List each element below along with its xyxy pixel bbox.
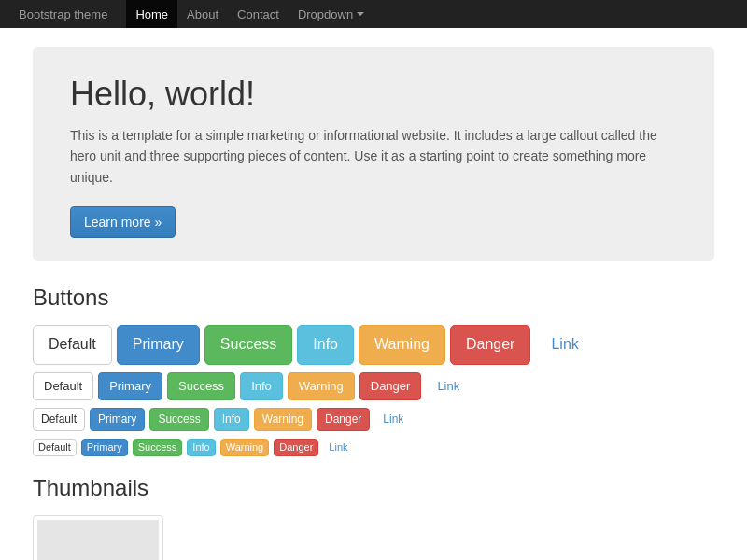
btn-default-md[interactable]: Default: [33, 372, 93, 400]
btn-danger-lg[interactable]: Danger: [450, 325, 530, 364]
btn-success-lg[interactable]: Success: [204, 325, 292, 364]
btn-warning-md[interactable]: Warning: [288, 372, 355, 400]
btn-primary-sm[interactable]: Primary: [90, 408, 145, 431]
btn-link-md[interactable]: Link: [426, 372, 471, 400]
thumbnail-item[interactable]: 200x200: [33, 515, 163, 560]
btn-danger-sm[interactable]: Danger: [317, 408, 370, 431]
btn-warning-xs[interactable]: Warning: [220, 439, 270, 456]
nav-item-home[interactable]: Home: [126, 0, 177, 28]
btn-primary-lg[interactable]: Primary: [117, 325, 200, 364]
buttons-row-md: Default Primary Success Info Warning Dan…: [33, 372, 714, 400]
nav-items: Home About Contact Dropdown: [126, 0, 374, 28]
btn-success-sm[interactable]: Success: [149, 408, 208, 431]
main-container: Hello, world! This is a template for a s…: [19, 28, 728, 560]
thumbnail-placeholder: 200x200: [37, 520, 159, 560]
btn-warning-sm[interactable]: Warning: [254, 408, 312, 431]
btn-link-sm[interactable]: Link: [374, 408, 412, 431]
btn-primary-xs[interactable]: Primary: [81, 439, 128, 456]
btn-primary-md[interactable]: Primary: [98, 372, 162, 400]
btn-info-lg[interactable]: Info: [297, 325, 354, 364]
btn-danger-md[interactable]: Danger: [359, 372, 422, 400]
buttons-row-lg: Default Primary Success Info Warning Dan…: [33, 325, 714, 364]
hero-unit: Hello, world! This is a template for a s…: [33, 47, 714, 261]
buttons-row-xs: Default Primary Success Info Warning Dan…: [33, 439, 714, 456]
btn-default-xs[interactable]: Default: [33, 439, 77, 456]
btn-info-xs[interactable]: Info: [187, 439, 215, 456]
navbar-brand: Bootstrap theme: [19, 7, 107, 21]
nav-item-about[interactable]: About: [177, 0, 228, 28]
thumbnails-title: Thumbnails: [33, 475, 714, 501]
navbar: Bootstrap theme Home About Contact Dropd…: [0, 0, 747, 28]
chevron-down-icon: [357, 12, 364, 16]
btn-warning-lg[interactable]: Warning: [359, 325, 445, 364]
btn-success-xs[interactable]: Success: [133, 439, 183, 456]
thumbnails-section: Thumbnails 200x200: [33, 475, 714, 560]
btn-default-lg[interactable]: Default: [33, 325, 112, 364]
buttons-row-sm: Default Primary Success Info Warning Dan…: [33, 408, 714, 431]
btn-default-sm[interactable]: Default: [33, 408, 85, 431]
nav-item-dropdown[interactable]: Dropdown: [289, 0, 374, 28]
btn-info-md[interactable]: Info: [240, 372, 283, 400]
nav-item-contact[interactable]: Contact: [228, 0, 289, 28]
buttons-title: Buttons: [33, 285, 714, 311]
btn-link-xs[interactable]: Link: [323, 439, 353, 456]
btn-danger-xs[interactable]: Danger: [274, 439, 318, 456]
btn-link-lg[interactable]: Link: [535, 325, 594, 364]
hero-heading: Hello, world!: [70, 75, 677, 114]
learn-more-button[interactable]: Learn more »: [70, 206, 176, 238]
btn-success-md[interactable]: Success: [167, 372, 235, 400]
hero-description: This is a template for a simple marketin…: [70, 125, 677, 188]
buttons-section: Buttons Default Primary Success Info War…: [33, 285, 714, 456]
btn-info-sm[interactable]: Info: [214, 408, 249, 431]
